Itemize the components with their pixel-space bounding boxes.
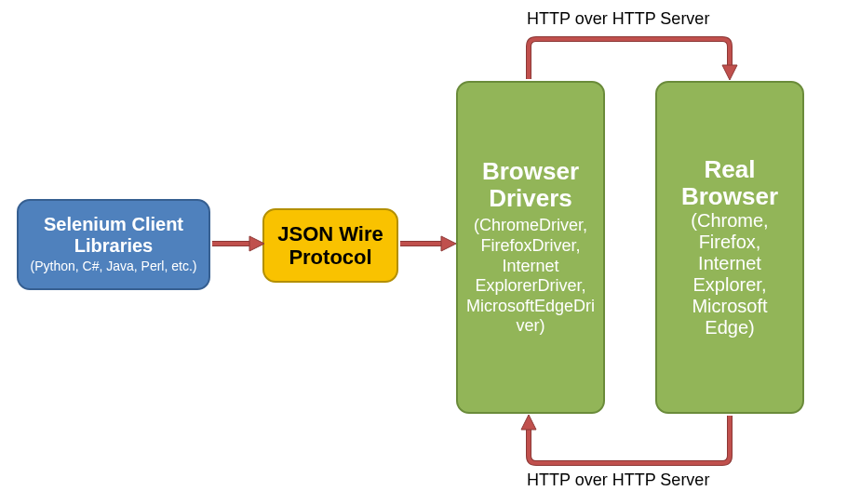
arrow-client-to-json [212,236,264,251]
label-http-top: HTTP over HTTP Server [527,9,709,29]
block-subtitle: (ChromeDriver, FirefoxDriver, Internet E… [465,216,596,337]
block-title: Browser Drivers [465,158,596,212]
svg-marker-6 [722,65,737,80]
svg-marker-5 [441,236,456,251]
block-title: JSON Wire Protocol [272,222,389,270]
block-title: Real Browser [665,156,795,210]
block-browser-drivers: Browser Drivers (ChromeDriver, FirefoxDr… [456,81,605,414]
arrow-top-drivers-to-browser [529,39,737,80]
block-subtitle: (Python, C#, Java, Perl, etc.) [31,259,197,275]
arrow-json-to-drivers [400,236,456,251]
block-title: Selenium Client Libraries [26,214,201,257]
label-http-bottom: HTTP over HTTP Server [527,471,709,490]
block-json-wire: JSON Wire Protocol [262,208,398,283]
svg-marker-7 [521,415,536,430]
block-real-browser: Real Browser (Chrome, Firefox, Internet … [655,81,804,414]
arrow-bottom-browser-to-drivers [521,415,730,463]
block-selenium-client: Selenium Client Libraries (Python, C#, J… [17,199,210,290]
block-subtitle: (Chrome, Firefox, Internet Explorer, Mic… [665,210,795,338]
